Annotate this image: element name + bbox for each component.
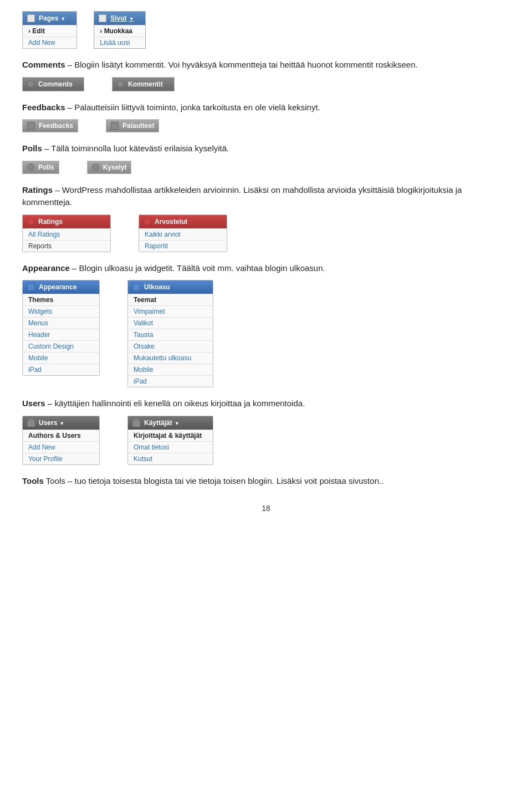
polls-icon [27, 163, 34, 171]
appearance-english-panel: Appearance Themes Widgets Menus Header C… [22, 280, 100, 376]
ulkoasu-mukautettu-label: Mukautettu ulkoasu [134, 354, 191, 362]
arvostelut-raportit-item[interactable]: Raportit [139, 240, 227, 252]
ulkoasu-vimpaimet-item[interactable]: Vimpaimet [128, 305, 213, 317]
users-icon [27, 419, 35, 427]
ratings-english-label: Ratings [38, 218, 63, 226]
appearance-customdesign-item[interactable]: Custom Design [23, 340, 99, 352]
users-profile-label: Your Profile [28, 455, 63, 463]
ulkoasu-valikot-item[interactable]: Valikot [128, 317, 213, 329]
kayttajat-header: Käyttäjät [128, 416, 213, 430]
comments-english-box: Comments [22, 77, 84, 91]
ulkoasu-mobile-label: Mobile [134, 366, 153, 374]
kayttajat-kirjoittajat-item[interactable]: Kirjoittajat & käyttäjät [128, 430, 213, 441]
ulkoasu-teemat-item[interactable]: Teemat [128, 294, 213, 305]
ratings-section: Ratings – WordPress mahdollistaa artikke… [22, 184, 510, 252]
users-english-label: Users [39, 419, 57, 427]
sivut-muokkaa-item[interactable]: › Muokkaa [94, 25, 145, 37]
appearance-panels-row: Appearance Themes Widgets Menus Header C… [22, 280, 510, 387]
polls-english-label: Polls [38, 163, 54, 171]
sivut-arrow-icon [129, 14, 134, 22]
ulkoasu-otsake-item[interactable]: Otsake [128, 340, 213, 352]
comments-icon [27, 80, 34, 88]
comments-english-label: Comments [38, 80, 73, 88]
users-desc: – käyttäjien hallinnointi eli kenellä on… [48, 398, 305, 408]
pages-addnew-label: Add New [28, 39, 55, 47]
comments-text: Comments – Blogiin lisätyt kommentit. Vo… [22, 59, 510, 71]
ratings-desc1: – WordPress mahdollistaa artikkeleiden a… [22, 185, 462, 207]
appearance-header-item[interactable]: Header [23, 329, 99, 340]
appearance-ipad-label: iPad [28, 366, 42, 374]
sivut-lisaa-item[interactable]: Lisää uusi [94, 37, 145, 48]
appearance-desc: – Blogin ulkoasu ja widgetit. Täältä voi… [72, 263, 325, 273]
users-english-panel: Users Authors & Users Add New Your Profi… [22, 416, 100, 465]
pages-english-header: Pages [23, 12, 76, 25]
arvostelut-panel: Arvostelut Kaikki arviot Raportit [139, 214, 227, 252]
pages-edit-label: Edit [32, 27, 45, 35]
ulkoasu-mobile-item[interactable]: Mobile [128, 364, 213, 375]
kyselyt-box: Kyselyt [87, 161, 132, 174]
ratings-text: Ratings – WordPress mahdollistaa artikke… [22, 184, 510, 209]
appearance-themes-item[interactable]: Themes [23, 294, 99, 305]
kayttajat-icon [132, 419, 140, 427]
comments-english-header: Comments [23, 78, 84, 91]
users-authors-item[interactable]: Authors & Users [23, 430, 99, 441]
comments-section: Comments – Blogiin lisätyt kommentit. Vo… [22, 59, 510, 91]
ratings-all-ratings-item[interactable]: All Ratings [23, 228, 110, 240]
ulkoasu-ipad-item[interactable]: iPad [128, 375, 213, 387]
kayttajat-panel: Käyttäjät Kirjoittajat & käyttäjät Omat … [127, 416, 213, 465]
feedbacks-text: Feedbacks – Palautteisiin liittyvä toimi… [22, 101, 510, 114]
pages-edit-item[interactable]: › Edit [23, 25, 76, 37]
ulkoasu-otsake-label: Otsake [134, 343, 155, 350]
appearance-widgets-label: Widgets [28, 308, 52, 315]
kyselyt-icon [92, 163, 99, 171]
sivut-lisaa-label: Lisää uusi [100, 39, 130, 47]
feedbacks-english-box: Feedbacks [22, 119, 78, 132]
appearance-widgets-item[interactable]: Widgets [23, 305, 99, 317]
users-strong: Users [22, 398, 45, 408]
users-text: Users – käyttäjien hallinnointi eli kene… [22, 397, 510, 410]
polls-text: Polls – Tällä toiminnolla luot kätevästi… [22, 142, 510, 155]
arvostelut-kaikki-item[interactable]: Kaikki arviot [139, 228, 227, 240]
kayttajat-omat-item[interactable]: Omat tietosi [128, 441, 213, 453]
sivut-muokkaa-label: Muokkaa [104, 27, 132, 35]
users-section: Users – käyttäjien hallinnointi eli kene… [22, 397, 510, 465]
feedbacks-icon [27, 122, 35, 130]
kayttajat-label: Käyttäjät [144, 419, 172, 427]
sivut-header[interactable]: Sivut [94, 12, 145, 25]
polls-panels-row: Polls Kyselyt [22, 161, 510, 174]
feedbacks-strong: Feedbacks [22, 103, 65, 112]
ratings-all-ratings-label: All Ratings [28, 231, 60, 238]
page-number: 18 [22, 504, 510, 513]
arvostelut-header: Arvostelut [139, 215, 227, 228]
users-addnew-item[interactable]: Add New [23, 441, 99, 453]
appearance-icon [27, 283, 35, 291]
kyselyt-label: Kyselyt [103, 163, 127, 171]
pages-section: Pages › Edit Add New Sivut › Muokkaa Lis… [22, 11, 510, 49]
ulkoasu-vimpaimet-label: Vimpaimet [134, 308, 165, 315]
appearance-themes-label: Themes [28, 296, 53, 304]
ratings-reports-item[interactable]: Reports [23, 240, 110, 252]
palautteet-icon [111, 122, 119, 130]
appearance-ipad-item[interactable]: iPad [23, 364, 99, 375]
users-profile-item[interactable]: Your Profile [23, 453, 99, 464]
users-authors-label: Authors & Users [28, 432, 81, 440]
pages-screenshot: Pages › Edit Add New Sivut › Muokkaa Lis… [22, 11, 510, 49]
kayttajat-kutsut-label: Kutsut [134, 455, 152, 463]
ulkoasu-icon [132, 283, 140, 291]
appearance-english-header: Appearance [23, 280, 99, 294]
appearance-mobile-item[interactable]: Mobile [23, 352, 99, 364]
polls-english-header: Polls [23, 161, 59, 173]
ulkoasu-mukautettu-item[interactable]: Mukautettu ulkoasu [128, 352, 213, 364]
pages-addnew-item[interactable]: Add New [23, 37, 76, 48]
ulkoasu-ipad-label: iPad [134, 377, 147, 385]
ratings-panels-row: Ratings All Ratings Reports Arvostelut K… [22, 214, 510, 252]
kommentit-box: Kommentit [112, 77, 175, 91]
users-panels-row: Users Authors & Users Add New Your Profi… [22, 416, 510, 465]
tools-text: Tools Tools – tuo tietoja toisesta blogi… [22, 475, 510, 488]
ulkoasu-label: Ulkoasu [144, 283, 170, 291]
appearance-header-label: Header [28, 331, 50, 339]
users-addnew-label: Add New [28, 443, 55, 451]
appearance-menus-item[interactable]: Menus [23, 317, 99, 329]
kayttajat-kutsut-item[interactable]: Kutsut [128, 453, 213, 464]
ulkoasu-tausta-item[interactable]: Tausta [128, 329, 213, 340]
